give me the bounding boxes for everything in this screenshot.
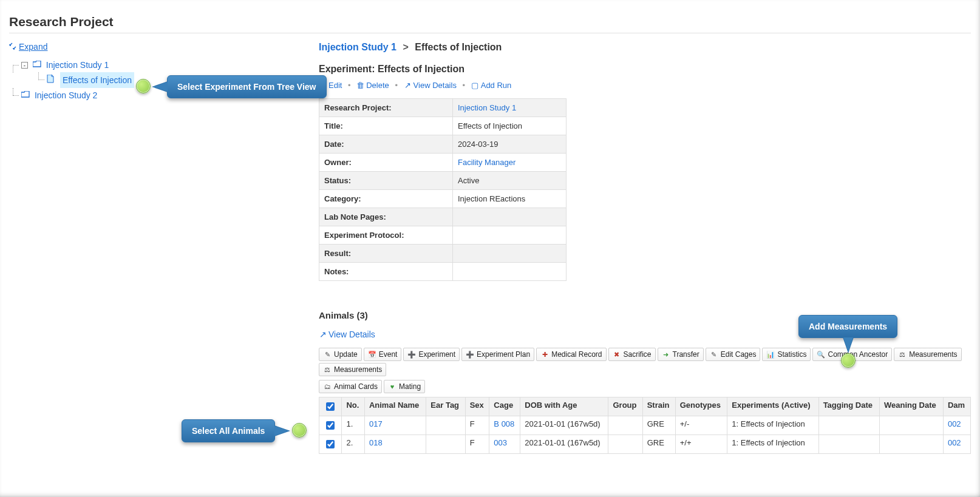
cell-no: 2. <box>342 435 364 454</box>
cell-animal-name[interactable]: 018 <box>364 435 426 454</box>
experiment-meta-table: Research Project:Injection Study 1Title:… <box>319 98 567 281</box>
divider <box>9 33 971 33</box>
cell-cage[interactable]: B 008 <box>489 416 520 435</box>
col-group[interactable]: Group <box>608 397 642 416</box>
meta-value[interactable]: Injection Study 1 <box>453 99 567 117</box>
mating-icon: ♥ <box>388 382 396 391</box>
toolbar-edit-cages[interactable]: ✎Edit Cages <box>706 348 761 361</box>
toolbar-mating[interactable]: ♥Mating <box>384 380 425 393</box>
animals-view-details[interactable]: ↗View Details <box>319 330 375 339</box>
meta-label: Lab Note Pages: <box>319 208 453 226</box>
col-dob-with-age[interactable]: DOB with Age <box>520 397 608 416</box>
select-all-checkbox[interactable] <box>326 402 335 411</box>
meta-value <box>453 245 567 263</box>
tree-item-study1[interactable]: Injection Study 1 <box>46 60 109 70</box>
experiment-actions: ✎Edit • 🗑Delete • ↗View Details • ▢Add R… <box>319 81 971 90</box>
col-cage[interactable]: Cage <box>489 397 520 416</box>
tree-toggle[interactable]: - <box>21 62 28 69</box>
animals-toolbar: ✎Update📅Event➕Experiment➕Experiment Plan… <box>319 348 971 393</box>
row-checkbox[interactable] <box>326 421 335 430</box>
meta-label: Notes: <box>319 263 453 281</box>
toolbar-measurements[interactable]: ⚖Measurements <box>319 363 386 376</box>
file-icon <box>47 73 55 87</box>
cell-dam[interactable]: 002 <box>943 416 970 435</box>
common-ancestor-icon: 🔍 <box>817 350 825 359</box>
cell-cage[interactable]: 003 <box>489 435 520 454</box>
col-animal-name[interactable]: Animal Name <box>364 397 426 416</box>
experiment-heading: Experiment: Effects of Injection <box>319 64 971 75</box>
col-ear-tag[interactable]: Ear Tag <box>426 397 465 416</box>
trash-icon: 🗑 <box>356 81 364 90</box>
row-checkbox[interactable] <box>326 440 335 448</box>
cell-geno: +/- <box>675 416 727 435</box>
add-run-link[interactable]: ▢Add Run <box>471 81 512 90</box>
meta-value: Effects of Injection <box>453 117 567 135</box>
toolbar-sacrifice[interactable]: ✖Sacrifice <box>608 348 656 361</box>
col-weaning-date[interactable]: Weaning Date <box>880 397 944 416</box>
cell-strain: GRE <box>642 435 675 454</box>
expand-link[interactable]: Expand <box>9 42 47 52</box>
col-dam[interactable]: Dam <box>943 397 970 416</box>
toolbar-statistics[interactable]: 📊Statistics <box>762 348 811 361</box>
meta-value <box>453 208 567 226</box>
cell-tag <box>818 416 879 435</box>
cell-checkbox[interactable] <box>319 435 342 454</box>
meta-label: Result: <box>319 245 453 263</box>
col-strain[interactable]: Strain <box>642 397 675 416</box>
col-experiments-active-[interactable]: Experiments (Active) <box>727 397 818 416</box>
meta-value <box>453 263 567 281</box>
breadcrumb-sep: > <box>403 42 408 52</box>
toolbar-experiment-plan[interactable]: ➕Experiment Plan <box>461 348 534 361</box>
cell-checkbox[interactable] <box>319 416 342 435</box>
meta-label: Status: <box>319 172 453 190</box>
sidebar: Expand - Injection Study 1 Effects <box>9 42 319 454</box>
toolbar-update[interactable]: ✎Update <box>319 348 362 361</box>
sacrifice-icon: ✖ <box>613 350 621 359</box>
cell-dam[interactable]: 002 <box>943 435 970 454</box>
cell-dob: 2021-01-01 (167w5d) <box>520 435 608 454</box>
statistics-icon: 📊 <box>766 350 775 359</box>
toolbar-transfer[interactable]: ➜Transfer <box>658 348 704 361</box>
meta-value: Active <box>453 172 567 190</box>
medical-record-icon: ✚ <box>540 350 549 359</box>
meta-label: Title: <box>319 117 453 135</box>
add-icon: ▢ <box>471 81 479 90</box>
cell-dob: 2021-01-01 (167w5d) <box>520 416 608 435</box>
edit-cages-icon: ✎ <box>710 350 718 359</box>
cell-ear <box>426 435 465 454</box>
meta-label: Experiment Protocol: <box>319 226 453 245</box>
toolbar-measurements[interactable]: ⚖Measurements <box>894 348 961 361</box>
callout-tree: Select Experiment From Tree View <box>167 75 327 98</box>
callout-selectall: Select All Animals <box>182 419 275 442</box>
view-details-link[interactable]: ↗View Details <box>404 81 457 90</box>
meta-value: 2024-03-19 <box>453 135 567 154</box>
meta-value: Injection REactions <box>453 190 567 208</box>
cell-exp: 1: Effects of Injection <box>727 416 818 435</box>
tree-item-study2[interactable]: Injection Study 2 <box>35 90 98 100</box>
col-tagging-date[interactable]: Tagging Date <box>818 397 879 416</box>
page-title: Research Project <box>9 15 971 29</box>
toolbar-experiment[interactable]: ➕Experiment <box>403 348 460 361</box>
delete-link[interactable]: 🗑Delete <box>356 81 389 90</box>
callout-target-selectall <box>292 423 307 438</box>
cell-sex: F <box>465 435 489 454</box>
meta-value[interactable]: Facility Manager <box>453 154 567 172</box>
cell-tag <box>818 435 879 454</box>
toolbar-event[interactable]: 📅Event <box>364 348 402 361</box>
cell-geno: +/+ <box>675 435 727 454</box>
callout-target-meas <box>841 353 856 368</box>
col-genotypes[interactable]: Genotypes <box>675 397 727 416</box>
animal-cards-icon: 🗂 <box>323 382 332 391</box>
cell-animal-name[interactable]: 017 <box>364 416 426 435</box>
col-checkbox[interactable] <box>319 397 342 416</box>
experiment-plan-icon: ➕ <box>466 350 474 359</box>
col-no-[interactable]: No. <box>342 397 364 416</box>
col-sex[interactable]: Sex <box>465 397 489 416</box>
tree-item-effects[interactable]: Effects of Injection <box>60 72 134 88</box>
toolbar-medical-record[interactable]: ✚Medical Record <box>536 348 606 361</box>
external-icon: ↗ <box>404 81 412 90</box>
toolbar-animal-cards[interactable]: 🗂Animal Cards <box>319 380 382 393</box>
meta-label: Date: <box>319 135 453 154</box>
breadcrumb-current: Effects of Injection <box>415 42 502 52</box>
breadcrumb-parent[interactable]: Injection Study 1 <box>319 42 396 52</box>
